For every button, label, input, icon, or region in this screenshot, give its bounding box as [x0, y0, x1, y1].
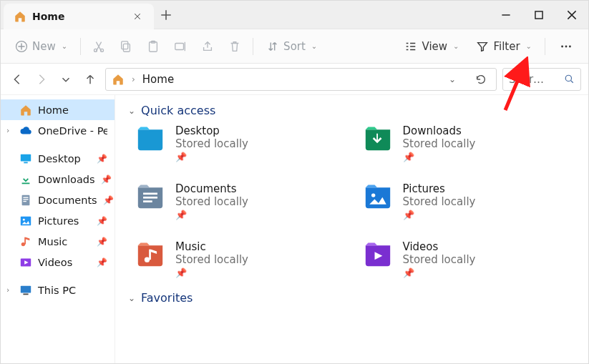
quick-access-item[interactable]: DocumentsStored locally📌 [135, 182, 349, 220]
item-name: Desktop [175, 124, 248, 137]
svg-point-21 [23, 218, 25, 220]
share-button[interactable] [195, 35, 220, 58]
close-window-button[interactable] [555, 1, 588, 29]
item-name: Downloads [403, 124, 476, 137]
up-button[interactable] [81, 70, 99, 89]
svg-rect-32 [149, 250, 151, 260]
item-subtitle: Stored locally [403, 137, 476, 150]
sidebar-item-pictures[interactable]: Pictures 📌 [1, 210, 115, 231]
sort-button[interactable]: Sort ⌄ [259, 35, 324, 58]
pin-icon: 📌 [403, 210, 476, 220]
svg-point-3 [101, 49, 104, 51]
sidebar-item-label: Videos [38, 257, 72, 268]
chevron-down-icon: ⌄ [453, 42, 459, 50]
home-icon [19, 104, 32, 117]
svg-point-30 [371, 193, 374, 197]
sidebar-item-desktop[interactable]: Desktop 📌 [1, 148, 115, 169]
svg-point-11 [569, 45, 571, 47]
folder-icon [135, 182, 165, 210]
sidebar-item-downloads[interactable]: Downloads 📌 [1, 169, 115, 190]
svg-rect-29 [143, 200, 152, 202]
recent-locations-button[interactable] [57, 70, 75, 89]
expand-icon[interactable]: › [6, 285, 9, 295]
sidebar-item-label: Documents [38, 195, 97, 206]
section-header-favorites[interactable]: ⌄ Favorites [128, 291, 575, 305]
section-title: Favorites [141, 291, 193, 305]
pin-icon: 📌 [403, 267, 476, 278]
folder-icon [135, 240, 165, 267]
svg-rect-8 [175, 43, 184, 49]
new-button[interactable]: New ⌄ [8, 35, 74, 58]
new-tab-button[interactable] [154, 1, 178, 29]
maximize-button[interactable] [522, 1, 555, 29]
section-header-quickaccess[interactable]: ⌄ Quick access [128, 104, 575, 117]
breadcrumb-home[interactable]: Home [142, 73, 174, 86]
svg-point-2 [94, 49, 97, 51]
svg-rect-23 [24, 237, 26, 244]
body: Home › OneDrive - Personal Desktop 📌 Dow… [1, 95, 588, 363]
quick-access-item[interactable]: DownloadsStored locally📌 [363, 124, 576, 162]
svg-point-10 [565, 45, 568, 47]
back-button[interactable] [8, 70, 26, 89]
sidebar-item-thispc[interactable]: › This PC [1, 280, 115, 300]
pin-icon: 📌 [103, 195, 114, 205]
item-name: Pictures [403, 182, 476, 195]
filter-button[interactable]: Filter ⌄ [469, 35, 539, 58]
window-tab-home[interactable]: Home [4, 4, 154, 29]
pictures-icon [19, 215, 32, 227]
sidebar-item-label: Downloads [38, 174, 95, 185]
paste-button[interactable] [141, 35, 165, 58]
svg-rect-18 [23, 199, 28, 200]
sidebar-item-documents[interactable]: Documents 📌 [1, 190, 115, 210]
cut-button[interactable] [87, 35, 111, 58]
chevron-down-icon: ⌄ [128, 293, 135, 303]
search-placeholder: Sear… [509, 73, 560, 86]
forward-button[interactable] [32, 70, 51, 89]
refresh-button[interactable] [467, 73, 490, 86]
item-name: Videos [403, 240, 476, 253]
download-icon [19, 173, 32, 186]
svg-rect-26 [23, 293, 28, 295]
pin-icon: 📌 [403, 152, 476, 162]
sort-label: Sort [283, 40, 306, 53]
pin-icon: 📌 [97, 257, 107, 267]
tab-title: Home [32, 11, 125, 22]
address-dropdown-button[interactable]: ⌄ [444, 74, 460, 84]
svg-rect-13 [21, 154, 31, 161]
quick-access-item[interactable]: VideosStored locally📌 [363, 240, 576, 278]
delete-button[interactable] [223, 35, 247, 58]
sidebar-item-music[interactable]: Music 📌 [1, 231, 115, 252]
copy-button[interactable] [114, 35, 138, 58]
sidebar-item-label: Desktop [38, 153, 81, 164]
svg-point-9 [561, 45, 563, 47]
sidebar-item-onedrive[interactable]: › OneDrive - Personal [1, 120, 115, 141]
desktop-icon [19, 152, 32, 165]
sidebar-item-home[interactable]: Home [1, 99, 115, 120]
new-button-label: New [32, 40, 56, 53]
window-controls [490, 1, 588, 29]
folder-icon [135, 124, 165, 152]
rename-button[interactable] [168, 35, 193, 58]
pin-icon: 📌 [175, 152, 248, 162]
svg-rect-5 [122, 41, 128, 49]
pin-icon: 📌 [97, 154, 107, 164]
sidebar-item-label: This PC [38, 285, 76, 296]
quick-access-item[interactable]: DesktopStored locally📌 [135, 124, 349, 162]
minimize-button[interactable] [490, 1, 522, 29]
quick-access-item[interactable]: PicturesStored locally📌 [363, 182, 576, 220]
titlebar-drag-area[interactable] [178, 1, 490, 29]
svg-rect-27 [143, 192, 157, 195]
quick-access-item[interactable]: MusicStored locally📌 [135, 240, 349, 278]
sidebar-item-videos[interactable]: Videos 📌 [1, 252, 115, 272]
view-button[interactable]: View ⌄ [397, 35, 466, 58]
chevron-down-icon: ⌄ [62, 42, 67, 50]
expand-icon[interactable]: › [6, 126, 9, 135]
search-icon [564, 74, 575, 84]
chevron-right-icon: › [132, 74, 135, 84]
tab-close-button[interactable] [131, 10, 144, 23]
search-input[interactable]: Sear… [502, 68, 581, 91]
svg-point-31 [145, 257, 150, 262]
address-bar[interactable]: › Home ⌄ [105, 68, 497, 91]
more-options-button[interactable] [551, 35, 581, 58]
folder-icon [363, 124, 393, 152]
